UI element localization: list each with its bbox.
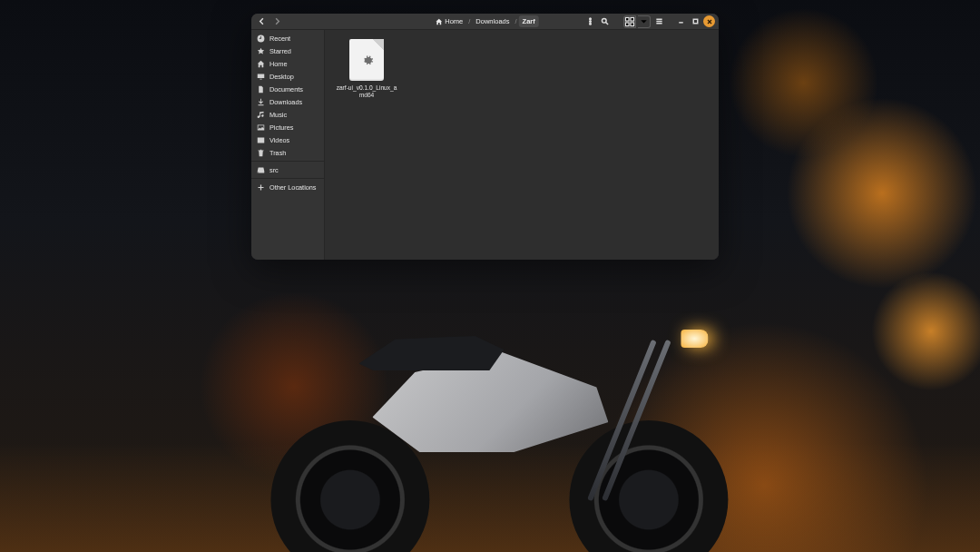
svg-point-0 xyxy=(589,18,591,20)
sidebar-item-videos[interactable]: Videos xyxy=(251,133,324,146)
svg-point-1 xyxy=(589,21,591,23)
nav-forward-button[interactable] xyxy=(270,15,283,28)
breadcrumb-home-label: Home xyxy=(445,17,463,25)
music-icon xyxy=(257,111,265,119)
breadcrumb-segment-label: Downloads xyxy=(475,17,509,25)
maximize-button[interactable] xyxy=(689,15,701,28)
svg-rect-8 xyxy=(693,19,698,24)
star-icon xyxy=(257,47,265,55)
sidebar-mount-src[interactable]: src xyxy=(251,163,324,176)
sidebar-item-label: src xyxy=(270,166,279,174)
sidebar-item-label: Music xyxy=(270,111,287,119)
gear-icon xyxy=(359,53,375,68)
plus-icon xyxy=(257,183,265,192)
sidebar-item-label: Trash xyxy=(270,149,286,157)
file-manager-window: Home / Downloads / Zarf xyxy=(251,14,719,260)
svg-point-3 xyxy=(602,18,606,23)
hamburger-menu-button[interactable] xyxy=(652,15,665,28)
sidebar-item-desktop[interactable]: Desktop xyxy=(251,70,324,83)
sidebar-item-label: Other Locations xyxy=(270,183,317,192)
sidebar-item-home[interactable]: Home xyxy=(251,57,324,70)
breadcrumb-home[interactable]: Home xyxy=(431,15,466,27)
monitor-icon xyxy=(257,73,265,81)
sidebar-item-label: Documents xyxy=(270,85,303,94)
sidebar-item-downloads[interactable]: Downloads xyxy=(251,95,324,108)
drive-icon xyxy=(257,166,265,174)
sidebar-item-label: Recent xyxy=(270,34,290,43)
sidebar-item-starred[interactable]: Starred xyxy=(251,44,324,57)
breadcrumb-separator: / xyxy=(468,17,470,25)
sidebar-item-documents[interactable]: Documents xyxy=(251,83,324,95)
file-item[interactable]: zarf-ui_v0.1.0_Linux_amd64 xyxy=(334,37,399,100)
sidebar-item-label: Home xyxy=(270,60,287,68)
download-icon xyxy=(257,98,265,106)
breadcrumb-separator: / xyxy=(514,17,516,25)
file-grid: zarf-ui_v0.1.0_Linux_amd64 xyxy=(334,37,710,100)
sidebar-divider xyxy=(251,161,324,162)
sidebar-item-label: Videos xyxy=(270,136,289,144)
titlebar: Home / Downloads / Zarf xyxy=(251,14,719,30)
videos-icon xyxy=(257,136,265,144)
breadcrumb-segment-zarf[interactable]: Zarf xyxy=(519,15,539,27)
close-button[interactable] xyxy=(703,15,715,27)
sidebar-item-label: Downloads xyxy=(270,98,302,106)
binary-file-icon xyxy=(349,39,384,81)
svg-rect-6 xyxy=(625,22,629,25)
sidebar: Recent Starred Home Desktop Documents Do… xyxy=(251,30,325,260)
sidebar-item-label: Starred xyxy=(270,47,291,55)
sidebar-item-trash[interactable]: Trash xyxy=(251,146,324,159)
clock-icon xyxy=(257,34,265,43)
svg-rect-4 xyxy=(625,17,629,21)
trash-icon xyxy=(257,149,265,157)
sidebar-item-label: Pictures xyxy=(270,123,293,132)
view-grid-button[interactable] xyxy=(623,15,636,28)
nav-back-button[interactable] xyxy=(255,15,268,28)
sidebar-item-other-locations[interactable]: Other Locations xyxy=(251,181,324,193)
svg-point-2 xyxy=(589,23,591,25)
pictures-icon xyxy=(257,123,265,132)
view-options-button[interactable] xyxy=(638,15,651,28)
sidebar-item-label: Desktop xyxy=(270,73,294,81)
wallpaper-glow xyxy=(0,443,980,552)
breadcrumb-segment-downloads[interactable]: Downloads xyxy=(472,15,513,27)
sidebar-divider xyxy=(251,178,324,179)
sidebar-item-recent[interactable]: Recent xyxy=(251,32,324,44)
breadcrumb-segment-label: Zarf xyxy=(523,17,535,25)
file-label: zarf-ui_v0.1.0_Linux_amd64 xyxy=(336,84,397,98)
sidebar-item-music[interactable]: Music xyxy=(251,108,324,121)
sidebar-item-pictures[interactable]: Pictures xyxy=(251,121,324,133)
svg-rect-5 xyxy=(631,17,634,21)
minimize-button[interactable] xyxy=(674,15,687,28)
file-pane[interactable]: zarf-ui_v0.1.0_Linux_amd64 xyxy=(325,30,719,260)
kebab-menu-button[interactable] xyxy=(583,15,596,28)
svg-rect-7 xyxy=(631,22,634,25)
toolbar-right xyxy=(583,15,715,28)
home-icon xyxy=(257,60,265,68)
breadcrumb: Home / Downloads / Zarf xyxy=(431,15,538,27)
documents-icon xyxy=(257,85,265,94)
search-button[interactable] xyxy=(598,15,611,28)
content-area: Recent Starred Home Desktop Documents Do… xyxy=(251,30,719,260)
